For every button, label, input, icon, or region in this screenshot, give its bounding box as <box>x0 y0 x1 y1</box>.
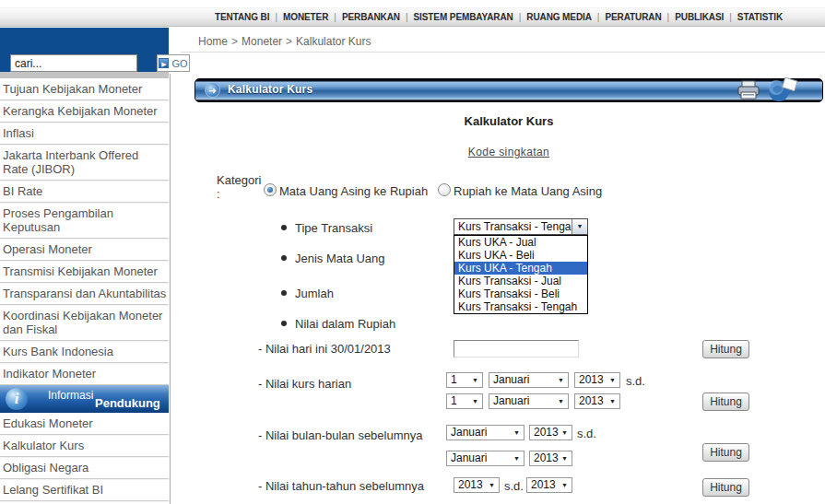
chevron-down-icon: ▼ <box>561 429 568 437</box>
sidebar-item-tujuan-kebijakan-moneter[interactable]: Tujuan Kebijakan Moneter <box>0 78 169 100</box>
nilai-bulan-label: - Nilai bulan-bulan sebelumnya <box>258 428 423 442</box>
nav-item-peraturan[interactable]: PERATURAN <box>605 12 661 22</box>
tipe-transaksi-select[interactable]: Kurs Transaksi - Tengah ▼ <box>454 218 588 235</box>
harian-from-year-value: 2013 <box>579 374 604 386</box>
harian-from-year-select[interactable]: 2013 ▼ <box>574 372 620 388</box>
nav-item-moneter[interactable]: MONETER <box>283 12 328 22</box>
chevron-down-icon: ▼ <box>609 398 616 405</box>
nav-separator: | <box>275 12 277 22</box>
kode-singkatan-link[interactable]: Kode singkatan <box>468 146 549 158</box>
sidebar-item-lelang-sertifikat-bi[interactable]: Lelang Sertifikat BI <box>0 479 169 501</box>
bulan-to-year-select[interactable]: 2013 ▼ <box>529 451 572 466</box>
bulan-from-month-value: Januari <box>451 427 487 439</box>
breadcrumb-separator: > <box>286 35 292 48</box>
nav-separator: | <box>597 12 600 22</box>
breadcrumb-moneter[interactable]: Moneter <box>242 35 282 48</box>
sd-label: s.d. <box>577 427 596 440</box>
chevron-down-icon: ▼ <box>472 398 478 405</box>
share-globe-icon[interactable] <box>766 77 801 102</box>
sidebar-item-bi-rate[interactable]: BI Rate <box>0 181 169 203</box>
nav-separator: | <box>729 12 732 22</box>
nilai-hari-ini-label: - Nilai hari ini 30/01/2013 <box>258 342 391 356</box>
tipe-transaksi-label: Tipe Transaksi <box>295 221 372 235</box>
radio-asing-ke-rupiah-label[interactable]: Mata Uang Asing ke Rupiah <box>279 184 428 198</box>
harian-from-day-value: 1 <box>451 374 457 386</box>
chevron-down-icon[interactable]: ▼ <box>572 219 587 234</box>
sidebar-item-inflasi[interactable]: Inflasi <box>0 123 169 145</box>
sidebar-item-kurs-bank-indonesia[interactable]: Kurs Bank Indonesia <box>0 341 169 363</box>
harian-to-year-select[interactable]: 2013 ▼ <box>574 393 620 409</box>
tipe-transaksi-select-value: Kurs Transaksi - Tengah <box>458 220 577 234</box>
sidebar-item-transparansi-dan-akuntabilitas[interactable]: Transparansi dan Akuntabilitas <box>0 283 169 305</box>
nav-separator: | <box>334 12 336 22</box>
sidebar-item-edukasi-moneter[interactable]: Edukasi Moneter <box>0 413 169 435</box>
sd-label: s.d. <box>626 374 645 388</box>
panel-title: Kalkulator Kurs <box>228 83 312 96</box>
harian-from-month-select[interactable]: Januari ▼ <box>489 372 569 388</box>
chevron-down-icon: ▼ <box>489 482 495 489</box>
dropdown-option-kurs-uka-jual[interactable]: Kurs UKA - Jual <box>454 236 587 249</box>
search-input[interactable] <box>10 54 137 72</box>
info-icon: i <box>6 388 28 410</box>
hitung-tahun-button[interactable]: Hitung <box>702 478 749 497</box>
harian-to-day-value: 1 <box>451 395 457 407</box>
breadcrumb-home[interactable]: Home <box>198 35 228 48</box>
chevron-down-icon: ▼ <box>561 455 568 463</box>
tahun-to-year-select[interactable]: 2013 ▼ <box>526 477 572 493</box>
tahun-from-year-value: 2013 <box>458 479 483 491</box>
nav-item-perbankan[interactable]: PERBANKAN <box>342 12 400 22</box>
dropdown-option-kurs-uka-tengah[interactable]: Kurs UKA - Tengah <box>454 262 587 275</box>
dropdown-option-kurs-transaksi-jual[interactable]: Kurs Transaksi - Jual <box>454 275 587 287</box>
bullet-icon <box>281 255 287 261</box>
bulan-from-month-select[interactable]: Januari ▼ <box>446 425 524 440</box>
print-icon[interactable] <box>737 80 760 100</box>
shortcode-link-row: Kode singkatan <box>194 143 823 159</box>
chevron-down-icon: ▼ <box>558 398 564 405</box>
page-title: Kalkulator Kurs <box>194 114 823 128</box>
nav-item-sistem-pembayaran[interactable]: SISTEM PEMBAYARAN <box>414 12 513 22</box>
sidebar-item-operasi-moneter[interactable]: Operasi Moneter <box>0 239 169 261</box>
sidebar-item-jakarta-interbank-offered-rate-jibor-[interactable]: Jakarta Interbank Offered Rate (JIBOR) <box>0 145 169 181</box>
harian-to-month-select[interactable]: Januari ▼ <box>489 393 569 409</box>
nilai-kurs-harian-label: - Nilai kurs harian <box>258 377 351 391</box>
harian-from-day-select[interactable]: 1 ▼ <box>446 372 483 388</box>
bullet-icon <box>281 321 287 326</box>
nilai-hari-ini-input[interactable] <box>454 340 579 357</box>
chevron-down-icon: ▼ <box>472 377 478 384</box>
tipe-transaksi-dropdown-list: Kurs UKA - JualKurs UKA - BeliKurs UKA -… <box>454 235 588 314</box>
nav-item-statistik[interactable]: STATISTIK <box>737 12 783 22</box>
hitung-kurs-harian-button[interactable]: Hitung <box>702 393 749 411</box>
bulan-to-year-value: 2013 <box>534 452 559 464</box>
sidebar-item-transmisi-kebijakan-moneter[interactable]: Transmisi Kebijakan Moneter <box>0 261 169 283</box>
nav-item-ruang-media[interactable]: RUANG MEDIA <box>526 12 592 22</box>
nav-item-publikasi[interactable]: PUBLIKASI <box>675 12 724 22</box>
section-header-word1: Informasi <box>48 389 93 402</box>
sidebar-item-obligasi-negara[interactable]: Obligasi Negara <box>0 457 169 479</box>
radio-rupiah-ke-asing[interactable] <box>438 183 451 196</box>
hitung-hari-ini-button[interactable]: Hitung <box>702 340 749 358</box>
nav-separator: | <box>406 12 408 22</box>
dropdown-option-kurs-transaksi-tengah[interactable]: Kurs Transaksi - Tengah <box>454 300 587 313</box>
tahun-from-year-select[interactable]: 2013 ▼ <box>454 477 500 493</box>
bulan-from-year-select[interactable]: 2013 ▼ <box>529 425 572 440</box>
sidebar-menu: Tujuan Kebijakan MoneterKerangka Kebijak… <box>0 78 169 504</box>
sidebar-item-kerangka-kebijakan-moneter[interactable]: Kerangka Kebijakan Moneter <box>0 100 169 123</box>
breadcrumb: Home>Moneter>Kalkulator Kurs <box>198 35 371 48</box>
go-button[interactable]: ▶ GO <box>157 54 190 72</box>
bulan-to-month-value: Januari <box>451 452 487 464</box>
bulan-to-month-select[interactable]: Januari ▼ <box>446 451 524 466</box>
sidebar-item-kalkulator-kurs[interactable]: Kalkulator Kurs <box>0 435 169 457</box>
hitung-bulan-button[interactable]: Hitung <box>702 443 749 462</box>
dropdown-option-kurs-transaksi-beli[interactable]: Kurs Transaksi - Beli <box>454 287 587 300</box>
sidebar-item-indikator-moneter[interactable]: Indikator Moneter <box>0 363 169 385</box>
dropdown-option-kurs-uka-beli[interactable]: Kurs UKA - Beli <box>454 249 587 262</box>
go-button-label: GO <box>171 58 187 69</box>
radio-rupiah-ke-asing-label[interactable]: Rupiah ke Mata Uang Asing <box>454 184 602 198</box>
sidebar-item-proses-pengambilan-keputusan[interactable]: Proses Pengambilan Keputusan <box>0 203 169 239</box>
nav-item-tentang-bi[interactable]: TENTANG BI <box>215 12 269 22</box>
bullet-icon <box>281 290 287 296</box>
harian-to-day-select[interactable]: 1 ▼ <box>446 393 483 409</box>
sidebar-item-koordinasi-kebijakan-moneter-dan-fiskal[interactable]: Koordinasi Kebijakan Moneter dan Fiskal <box>0 305 169 341</box>
bullet-icon <box>281 225 287 230</box>
radio-asing-ke-rupiah[interactable] <box>264 183 277 196</box>
